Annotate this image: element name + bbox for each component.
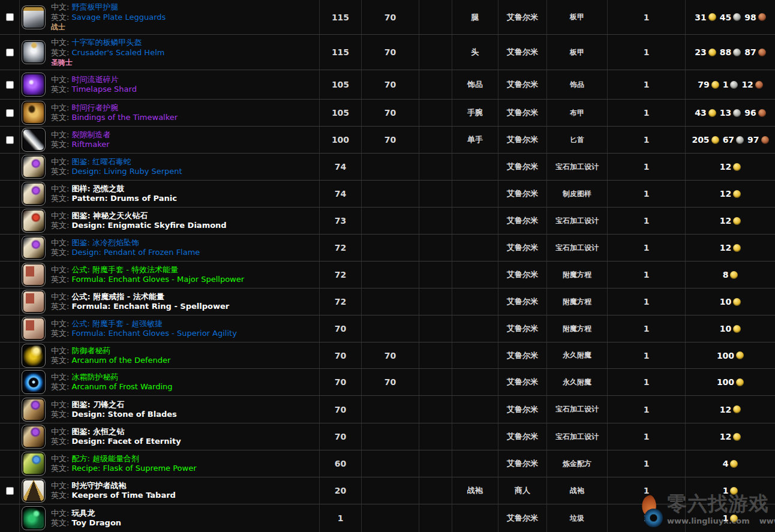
item-icon[interactable] xyxy=(22,506,46,530)
row-checkbox[interactable] xyxy=(6,487,14,495)
type-cell: 宝石加工设计 xyxy=(547,396,608,423)
extra-cell xyxy=(419,127,452,153)
item-level-cell: 70 xyxy=(320,369,362,395)
item-name-en[interactable]: Timelapse Shard xyxy=(72,85,137,94)
checkbox-cell xyxy=(0,504,20,532)
price-silver: 88 xyxy=(720,47,741,57)
item-name-en[interactable]: Formula: Enchant Ring - Spellpower xyxy=(72,302,230,311)
row-checkbox[interactable] xyxy=(6,49,14,56)
type-cell: 板甲 xyxy=(547,35,608,70)
item-name-cn[interactable]: 时光守护者战袍 xyxy=(72,481,127,490)
price-gold: 1 xyxy=(723,486,738,495)
row-checkbox[interactable] xyxy=(6,109,14,117)
label-en: 英文: xyxy=(51,518,69,527)
item-icon[interactable] xyxy=(22,236,46,260)
item-name-en[interactable]: Formula: Enchant Gloves - Major Spellpow… xyxy=(72,275,245,284)
item-name-en[interactable]: Crusader's Scaled Helm xyxy=(72,48,165,57)
silver-amount: 45 xyxy=(720,13,731,22)
item-icon[interactable] xyxy=(22,317,46,341)
item-name-en[interactable]: Toy Dragon xyxy=(72,518,122,527)
row-checkbox[interactable] xyxy=(6,81,14,89)
price-copper: 96 xyxy=(744,108,765,118)
item-icon[interactable] xyxy=(22,5,46,29)
item-name-en[interactable]: Arcanum of Frost Warding xyxy=(72,382,173,391)
item-name-en[interactable]: Design: Pendant of Frozen Flame xyxy=(72,248,200,257)
row-checkbox[interactable] xyxy=(6,13,14,21)
item-name-cn[interactable]: 公式: 附魔手套 - 超强敏捷 xyxy=(72,319,163,328)
label-en: 英文: xyxy=(51,221,69,230)
item-name-cn[interactable]: 图鉴: 红曜石毒蛇 xyxy=(72,157,132,166)
item-name-en[interactable]: Riftmaker xyxy=(72,140,110,149)
checkbox-cell xyxy=(0,208,20,234)
slot-cell xyxy=(452,315,498,342)
item-name-block: 中文: 图鉴: 神秘之天火钻石 英文: Design: Enigmatic Sk… xyxy=(51,211,227,230)
type-cell: 垃圾 xyxy=(547,504,608,532)
item-name-en[interactable]: Design: Enigmatic Skyfire Diamond xyxy=(72,221,227,230)
item-name-cn[interactable]: 玩具龙 xyxy=(72,509,95,518)
checkbox-cell xyxy=(0,477,20,504)
item-icon[interactable] xyxy=(22,40,46,64)
item-icon[interactable] xyxy=(22,344,46,368)
item-name-cn[interactable]: 图鉴: 永恒之钻 xyxy=(72,427,125,436)
item-name-cn[interactable]: 时间流逝碎片 xyxy=(72,75,119,84)
required-level-cell xyxy=(362,450,419,477)
item-icon[interactable] xyxy=(22,479,46,503)
item-icon[interactable] xyxy=(22,263,46,287)
required-level-cell: 70 xyxy=(362,127,419,153)
price-silver: 45 xyxy=(720,13,741,22)
item-icon[interactable] xyxy=(22,398,46,422)
item-name-en[interactable]: Keepers of Time Tabard xyxy=(72,491,176,500)
item-name-cn[interactable]: 公式: 附魔戒指 - 法术能量 xyxy=(72,292,164,301)
item-name-en[interactable]: Bindings of the Timewalker xyxy=(72,113,178,122)
source-cell: 艾鲁尔米 xyxy=(498,154,547,180)
gold-coin-icon xyxy=(730,271,738,279)
item-name-cn[interactable]: 图样: 恐慌之鼓 xyxy=(72,184,125,193)
gold-amount: 12 xyxy=(720,243,731,253)
item-icon[interactable] xyxy=(22,73,46,97)
item-icon[interactable] xyxy=(22,290,46,314)
item-name-cn[interactable]: 裂隙制造者 xyxy=(72,130,111,139)
gold-coin-icon xyxy=(708,49,716,56)
item-name-en[interactable]: Arcanum of the Defender xyxy=(72,356,171,365)
item-icon[interactable] xyxy=(22,425,46,449)
checkbox-cell xyxy=(0,262,20,288)
item-icon[interactable] xyxy=(22,182,46,206)
item-name-cn[interactable]: 公式: 附魔手套 - 特效法术能量 xyxy=(72,265,178,274)
label-en: 英文: xyxy=(51,437,69,446)
item-name-cell: 中文: 图鉴: 刀锋之石 英文: Design: Stone of Blades xyxy=(20,396,320,423)
item-name-en[interactable]: Savage Plate Legguards xyxy=(72,13,166,22)
type-cell: 布甲 xyxy=(547,100,608,126)
item-name-en[interactable]: Design: Facet of Eternity xyxy=(72,437,181,446)
item-icon[interactable] xyxy=(22,209,46,233)
item-name-cn[interactable]: 防御者秘药 xyxy=(72,346,111,355)
item-name-en[interactable]: Design: Living Ruby Serpent xyxy=(72,167,182,176)
item-name-cn[interactable]: 野蛮板甲护腿 xyxy=(72,2,119,11)
item-icon[interactable] xyxy=(22,155,46,179)
label-cn: 中文: xyxy=(51,184,69,193)
item-name-cn[interactable]: 图鉴: 冰冷烈焰坠饰 xyxy=(72,238,140,247)
row-checkbox[interactable] xyxy=(6,136,14,144)
item-name-block: 中文: 公式: 附魔手套 - 超强敏捷 英文: Formula: Enchant… xyxy=(51,319,237,338)
item-icon[interactable] xyxy=(22,101,46,125)
item-name-cn[interactable]: 时间行者护腕 xyxy=(72,103,119,112)
label-en: 英文: xyxy=(51,464,69,473)
slot-cell: 头 xyxy=(452,35,498,70)
table-row: 中文: 玩具龙 英文: Toy Dragon 1 艾鲁尔米 垃圾 1 1 xyxy=(0,504,775,532)
item-name-cn[interactable]: 图鉴: 刀锋之石 xyxy=(72,400,125,409)
item-icon[interactable] xyxy=(22,370,46,394)
required-level-cell: 70 xyxy=(362,0,419,34)
item-name-cn[interactable]: 冰霜防护秘药 xyxy=(72,372,119,381)
type-cell: 宝石加工设计 xyxy=(547,208,608,234)
item-icon[interactable] xyxy=(22,128,46,152)
quantity-cell: 1 xyxy=(608,369,686,395)
item-name-en[interactable]: Design: Stone of Blades xyxy=(72,410,177,419)
item-name-en[interactable]: Recipe: Flask of Supreme Power xyxy=(72,464,197,473)
item-name-cn[interactable]: 十字军的板鳞甲头盔 xyxy=(72,38,142,47)
item-name-en[interactable]: Formula: Enchant Gloves - Superior Agili… xyxy=(72,329,237,338)
item-name-en[interactable]: Pattern: Drums of Panic xyxy=(72,194,177,203)
item-name-cn[interactable]: 图鉴: 神秘之天火钻石 xyxy=(72,211,148,220)
price-cell: 100 xyxy=(686,369,775,395)
item-icon[interactable] xyxy=(22,452,46,476)
item-name-cn[interactable]: 配方: 超级能量合剂 xyxy=(72,454,140,463)
label-cn: 中文: xyxy=(51,157,69,166)
